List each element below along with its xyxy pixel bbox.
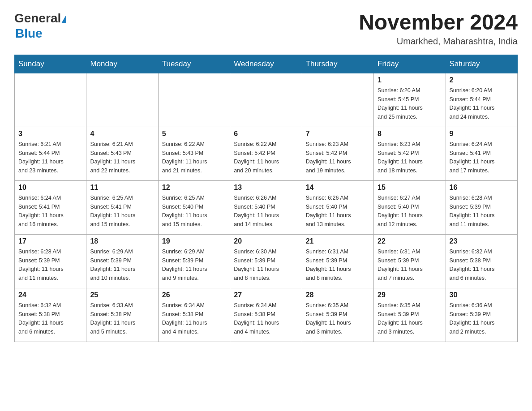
day-number: 8 xyxy=(378,130,442,138)
day-info: Sunrise: 6:23 AMSunset: 5:42 PMDaylight:… xyxy=(306,141,351,174)
day-number: 1 xyxy=(378,76,442,84)
day-number: 2 xyxy=(450,76,514,84)
calendar-day-cell: 30Sunrise: 6:36 AMSunset: 5:39 PMDayligh… xyxy=(446,288,517,342)
calendar-day-cell: 13Sunrise: 6:26 AMSunset: 5:40 PMDayligh… xyxy=(230,180,302,234)
day-number: 7 xyxy=(306,130,370,138)
calendar-day-cell: 9Sunrise: 6:24 AMSunset: 5:41 PMDaylight… xyxy=(446,127,517,180)
day-info: Sunrise: 6:36 AMSunset: 5:39 PMDaylight:… xyxy=(450,302,495,335)
day-info: Sunrise: 6:22 AMSunset: 5:42 PMDaylight:… xyxy=(234,141,279,174)
calendar-day-cell: 7Sunrise: 6:23 AMSunset: 5:42 PMDaylight… xyxy=(302,127,373,180)
day-number: 27 xyxy=(234,291,298,299)
day-number: 16 xyxy=(450,184,514,192)
logo-blue-text: Blue xyxy=(15,26,43,41)
calendar-day-cell xyxy=(158,73,230,127)
calendar-day-cell: 4Sunrise: 6:21 AMSunset: 5:43 PMDaylight… xyxy=(86,127,158,180)
day-info: Sunrise: 6:24 AMSunset: 5:41 PMDaylight:… xyxy=(18,195,64,227)
calendar-title-area: November 2024 Umarkhed, Maharashtra, Ind… xyxy=(359,11,518,47)
calendar-day-cell xyxy=(86,73,158,127)
day-info: Sunrise: 6:23 AMSunset: 5:42 PMDaylight:… xyxy=(378,141,423,174)
day-info: Sunrise: 6:29 AMSunset: 5:39 PMDaylight:… xyxy=(90,248,135,281)
day-number: 15 xyxy=(378,184,442,192)
location-title: Umarkhed, Maharashtra, India xyxy=(359,36,518,47)
calendar-day-cell: 3Sunrise: 6:21 AMSunset: 5:44 PMDaylight… xyxy=(15,127,86,180)
day-number: 13 xyxy=(234,184,298,192)
day-number: 24 xyxy=(18,291,82,299)
weekday-header-saturday: Saturday xyxy=(446,55,517,73)
day-number: 19 xyxy=(162,237,226,245)
day-number: 12 xyxy=(162,184,226,192)
day-number: 14 xyxy=(306,184,370,192)
day-number: 5 xyxy=(162,130,226,138)
calendar-week-row: 17Sunrise: 6:28 AMSunset: 5:39 PMDayligh… xyxy=(15,234,518,288)
weekday-header-row: SundayMondayTuesdayWednesdayThursdayFrid… xyxy=(15,55,518,73)
calendar-day-cell: 28Sunrise: 6:35 AMSunset: 5:39 PMDayligh… xyxy=(302,288,373,342)
day-number: 30 xyxy=(450,291,514,299)
calendar-day-cell: 15Sunrise: 6:27 AMSunset: 5:40 PMDayligh… xyxy=(374,180,446,234)
day-info: Sunrise: 6:35 AMSunset: 5:39 PMDaylight:… xyxy=(306,302,351,335)
calendar-day-cell: 17Sunrise: 6:28 AMSunset: 5:39 PMDayligh… xyxy=(15,234,86,288)
calendar-day-cell: 6Sunrise: 6:22 AMSunset: 5:42 PMDaylight… xyxy=(230,127,302,180)
day-info: Sunrise: 6:26 AMSunset: 5:40 PMDaylight:… xyxy=(306,195,351,227)
calendar-day-cell: 2Sunrise: 6:20 AMSunset: 5:44 PMDaylight… xyxy=(446,73,517,127)
day-info: Sunrise: 6:27 AMSunset: 5:40 PMDaylight:… xyxy=(378,195,423,227)
day-number: 10 xyxy=(18,184,82,192)
day-number: 11 xyxy=(90,184,154,192)
calendar-day-cell: 8Sunrise: 6:23 AMSunset: 5:42 PMDaylight… xyxy=(374,127,446,180)
calendar-table: SundayMondayTuesdayWednesdayThursdayFrid… xyxy=(14,55,518,342)
calendar-day-cell: 26Sunrise: 6:34 AMSunset: 5:38 PMDayligh… xyxy=(158,288,230,342)
day-number: 20 xyxy=(234,237,298,245)
month-title: November 2024 xyxy=(359,11,518,34)
calendar-day-cell: 1Sunrise: 6:20 AMSunset: 5:45 PMDaylight… xyxy=(374,73,446,127)
day-info: Sunrise: 6:30 AMSunset: 5:39 PMDaylight:… xyxy=(234,248,279,281)
day-info: Sunrise: 6:34 AMSunset: 5:38 PMDaylight:… xyxy=(162,302,207,335)
calendar-day-cell: 27Sunrise: 6:34 AMSunset: 5:38 PMDayligh… xyxy=(230,288,302,342)
day-info: Sunrise: 6:22 AMSunset: 5:43 PMDaylight:… xyxy=(162,141,207,174)
calendar-day-cell: 10Sunrise: 6:24 AMSunset: 5:41 PMDayligh… xyxy=(15,180,86,234)
day-number: 17 xyxy=(18,237,82,245)
day-info: Sunrise: 6:28 AMSunset: 5:39 PMDaylight:… xyxy=(18,248,64,281)
day-info: Sunrise: 6:32 AMSunset: 5:38 PMDaylight:… xyxy=(18,302,64,335)
page-header: General Blue November 2024 Umarkhed, Mah… xyxy=(14,11,518,47)
calendar-day-cell: 19Sunrise: 6:29 AMSunset: 5:39 PMDayligh… xyxy=(158,234,230,288)
calendar-day-cell: 21Sunrise: 6:31 AMSunset: 5:39 PMDayligh… xyxy=(302,234,373,288)
day-number: 25 xyxy=(90,291,154,299)
weekday-header-thursday: Thursday xyxy=(302,55,373,73)
calendar-day-cell xyxy=(15,73,86,127)
logo: General Blue xyxy=(14,11,66,41)
day-number: 18 xyxy=(90,237,154,245)
calendar-week-row: 3Sunrise: 6:21 AMSunset: 5:44 PMDaylight… xyxy=(15,127,518,180)
day-number: 22 xyxy=(378,237,442,245)
weekday-header-tuesday: Tuesday xyxy=(158,55,230,73)
day-number: 9 xyxy=(450,130,514,138)
calendar-day-cell: 12Sunrise: 6:25 AMSunset: 5:40 PMDayligh… xyxy=(158,180,230,234)
calendar-day-cell: 14Sunrise: 6:26 AMSunset: 5:40 PMDayligh… xyxy=(302,180,373,234)
day-info: Sunrise: 6:21 AMSunset: 5:43 PMDaylight:… xyxy=(90,141,135,174)
calendar-day-cell: 23Sunrise: 6:32 AMSunset: 5:38 PMDayligh… xyxy=(446,234,517,288)
day-info: Sunrise: 6:34 AMSunset: 5:38 PMDaylight:… xyxy=(234,302,279,335)
day-number: 21 xyxy=(306,237,370,245)
calendar-day-cell: 18Sunrise: 6:29 AMSunset: 5:39 PMDayligh… xyxy=(86,234,158,288)
calendar-week-row: 24Sunrise: 6:32 AMSunset: 5:38 PMDayligh… xyxy=(15,288,518,342)
day-info: Sunrise: 6:35 AMSunset: 5:39 PMDaylight:… xyxy=(378,302,423,335)
day-info: Sunrise: 6:26 AMSunset: 5:40 PMDaylight:… xyxy=(234,195,279,227)
day-info: Sunrise: 6:25 AMSunset: 5:40 PMDaylight:… xyxy=(162,195,207,227)
day-info: Sunrise: 6:33 AMSunset: 5:38 PMDaylight:… xyxy=(90,302,135,335)
weekday-header-monday: Monday xyxy=(86,55,158,73)
calendar-week-row: 10Sunrise: 6:24 AMSunset: 5:41 PMDayligh… xyxy=(15,180,518,234)
calendar-day-cell: 16Sunrise: 6:28 AMSunset: 5:39 PMDayligh… xyxy=(446,180,517,234)
calendar-day-cell: 29Sunrise: 6:35 AMSunset: 5:39 PMDayligh… xyxy=(374,288,446,342)
calendar-day-cell: 11Sunrise: 6:25 AMSunset: 5:41 PMDayligh… xyxy=(86,180,158,234)
day-number: 26 xyxy=(162,291,226,299)
calendar-day-cell: 24Sunrise: 6:32 AMSunset: 5:38 PMDayligh… xyxy=(15,288,86,342)
day-info: Sunrise: 6:20 AMSunset: 5:44 PMDaylight:… xyxy=(450,87,495,120)
day-number: 6 xyxy=(234,130,298,138)
calendar-day-cell: 25Sunrise: 6:33 AMSunset: 5:38 PMDayligh… xyxy=(86,288,158,342)
day-number: 4 xyxy=(90,130,154,138)
day-info: Sunrise: 6:32 AMSunset: 5:38 PMDaylight:… xyxy=(450,248,495,281)
calendar-week-row: 1Sunrise: 6:20 AMSunset: 5:45 PMDaylight… xyxy=(15,73,518,127)
day-info: Sunrise: 6:20 AMSunset: 5:45 PMDaylight:… xyxy=(378,87,423,120)
day-info: Sunrise: 6:29 AMSunset: 5:39 PMDaylight:… xyxy=(162,248,207,281)
calendar-day-cell: 5Sunrise: 6:22 AMSunset: 5:43 PMDaylight… xyxy=(158,127,230,180)
day-number: 3 xyxy=(18,130,82,138)
day-number: 23 xyxy=(450,237,514,245)
